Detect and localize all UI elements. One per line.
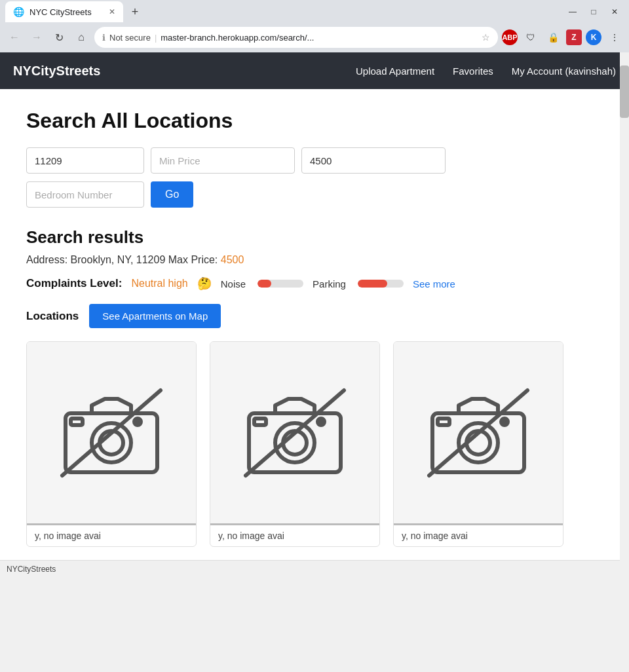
back-button[interactable]: ← (5, 28, 24, 47)
tab-favicon: 🌐 (13, 7, 24, 17)
upload-apartment-link[interactable]: Upload Apartment (356, 65, 434, 77)
complaints-emoji: 🤔 (197, 276, 212, 291)
search-row-2: Go (26, 181, 590, 208)
locations-label: Locations (26, 310, 79, 323)
no-image-icon-3 (419, 381, 537, 485)
zotero-button[interactable]: Z (566, 29, 582, 45)
parking-progress-fill (358, 280, 388, 288)
go-button[interactable]: Go (151, 181, 193, 208)
status-bar: NYCityStreets (0, 560, 629, 577)
no-image-icon-1 (52, 381, 170, 485)
results-address: Address: Brooklyn, NY, 11209 Max Price: … (26, 254, 590, 266)
apartment-image-1 (27, 342, 196, 525)
see-apartments-on-map-button[interactable]: See Apartments on Map (89, 304, 221, 328)
apartment-card-footer-1: y, no image avai (27, 525, 196, 546)
adblock-button[interactable]: ABP (502, 29, 518, 45)
noise-progress-fill (257, 280, 271, 288)
max-price-input[interactable] (301, 147, 446, 174)
brand-logo[interactable]: NYCityStreets (13, 64, 356, 79)
apartment-card-1[interactable]: y, no image avai (26, 341, 197, 547)
privacy-icon[interactable]: 🔒 (544, 28, 562, 47)
min-price-input[interactable] (151, 147, 295, 174)
noise-progress-bar (257, 280, 303, 288)
my-account-link[interactable]: My Account (kavinshah) (512, 65, 616, 77)
profile-button[interactable]: K (586, 29, 601, 45)
navbar: NYCityStreets Upload Apartment Favorites… (0, 52, 629, 89)
results-price-val: 4500 (221, 254, 244, 265)
svg-rect-9 (254, 419, 266, 425)
apartment-card-footer-2: y, no image avai (210, 525, 379, 546)
browser-tab[interactable]: 🌐 NYC CityStreets ✕ (5, 1, 123, 22)
parking-label: Parking (313, 278, 346, 289)
url-text: master-branch.herokuapp.com/search/... (161, 33, 478, 43)
page-title: Search All Locations (26, 109, 590, 133)
address-bar[interactable]: ℹ Not secure | master-branch.herokuapp.c… (94, 27, 498, 48)
apartment-card-2[interactable]: y, no image avai (210, 341, 380, 547)
bedroom-input[interactable] (26, 181, 144, 208)
address-separator: | (155, 33, 157, 43)
favorites-link[interactable]: Favorites (453, 65, 493, 77)
no-image-icon-2 (236, 381, 354, 485)
apartment-image-2 (210, 342, 379, 525)
nav-links: Upload Apartment Favorites My Account (k… (356, 65, 616, 77)
bookmark-icon[interactable]: ☆ (482, 32, 490, 43)
not-secure-label: Not secure (109, 33, 151, 43)
apartment-image-3 (394, 342, 563, 525)
new-tab-button[interactable]: + (126, 3, 144, 21)
svg-rect-15 (438, 419, 449, 425)
svg-point-4 (134, 419, 141, 425)
security-icon: ℹ (102, 33, 105, 43)
more-options-button[interactable]: ⋮ (605, 28, 624, 47)
tab-close-button[interactable]: ✕ (109, 7, 115, 16)
zip-input[interactable] (26, 147, 144, 174)
home-button[interactable]: ⌂ (72, 28, 90, 47)
apartment-cards-row: y, no image avai (26, 341, 590, 547)
see-more-link[interactable]: See more (413, 278, 455, 289)
reload-button[interactable]: ↻ (50, 28, 68, 47)
status-text: NYCityStreets (7, 565, 56, 574)
noise-label: Noise (221, 278, 246, 289)
forward-button[interactable]: → (28, 28, 46, 47)
shield-icon[interactable]: 🛡 (522, 28, 540, 47)
complaints-value: Neutral high (131, 278, 187, 289)
svg-point-10 (318, 419, 324, 425)
close-button[interactable]: ✕ (605, 5, 624, 19)
apartment-card-3[interactable]: y, no image avai (393, 341, 563, 547)
results-address-text: Address: Brooklyn, NY, 11209 Max Price: (26, 254, 221, 265)
restore-button[interactable]: □ (584, 5, 603, 19)
complaints-row: Complaints Level: Neutral high 🤔 Noise P… (26, 276, 590, 291)
results-title: Search results (26, 227, 590, 248)
apartment-card-footer-3: y, no image avai (394, 525, 563, 546)
minimize-button[interactable]: — (563, 5, 582, 19)
complaints-label: Complaints Level: (26, 277, 122, 290)
svg-point-16 (501, 419, 508, 425)
scrollbar-thumb[interactable] (620, 65, 629, 118)
tab-title: NYC CityStreets (29, 7, 104, 17)
svg-rect-3 (71, 419, 83, 425)
parking-progress-bar (358, 280, 404, 288)
locations-row: Locations See Apartments on Map (26, 304, 590, 328)
search-row-1 (26, 147, 590, 174)
scrollbar-track (620, 52, 629, 577)
